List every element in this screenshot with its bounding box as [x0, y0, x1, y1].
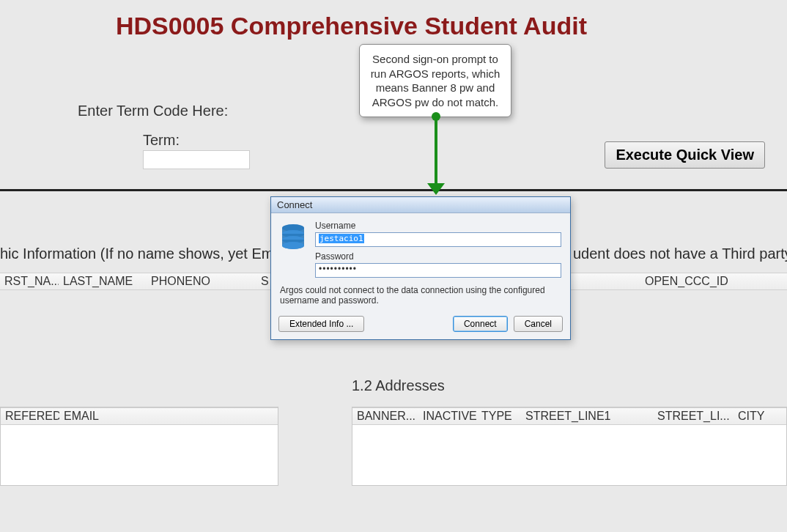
- annotation-callout: Second sign-on prompt to run ARGOS repor…: [359, 44, 511, 117]
- term-label: Term:: [143, 132, 180, 149]
- col-refered: REFERED: [1, 410, 59, 423]
- table-header-row: REFERED EMAIL: [1, 407, 278, 425]
- col-type: TYPE: [477, 410, 521, 423]
- dialog-error-message: Argos could not connect to the data conn…: [271, 285, 570, 311]
- divider: [0, 189, 787, 191]
- demographic-info-label-left: hic Information (If no name shows, yet E…: [0, 245, 285, 262]
- email-table: REFERED EMAIL: [0, 407, 278, 486]
- database-icon: [280, 219, 306, 278]
- demographic-info-label-right: udent does not have a Third party ID: [573, 245, 787, 262]
- col-first-name: RST_NA...: [0, 275, 59, 288]
- col-open-ccc-id: OPEN_CCC_ID: [640, 275, 787, 288]
- col-s: S: [256, 275, 271, 288]
- table-header-row: BANNER... INACTIVE TYPE STREET_LINE1 STR…: [352, 407, 786, 425]
- enter-term-label: Enter Term Code Here:: [78, 103, 228, 119]
- connect-button[interactable]: Connect: [453, 316, 508, 332]
- extended-info-button[interactable]: Extended Info ...: [278, 316, 364, 332]
- col-street-line1: STREET_LINE1: [521, 410, 653, 423]
- execute-quick-view-button[interactable]: Execute Quick View: [605, 141, 765, 169]
- arrow-line-icon: [435, 113, 437, 186]
- username-label: Username: [315, 221, 561, 231]
- arrow-head-icon: [427, 183, 445, 195]
- page-title: HDS0005 Comprehensive Student Audit: [116, 12, 587, 40]
- username-input[interactable]: jestacio1: [315, 232, 561, 247]
- col-email: EMAIL: [59, 410, 206, 423]
- addresses-table: BANNER... INACTIVE TYPE STREET_LINE1 STR…: [352, 407, 787, 486]
- password-label: Password: [315, 251, 561, 262]
- col-phoneno: PHONENO: [147, 275, 256, 288]
- connect-dialog: Connect Username jestacio1 Password ••••…: [270, 196, 571, 340]
- col-city: CITY: [734, 410, 777, 423]
- cancel-button[interactable]: Cancel: [514, 316, 563, 332]
- term-input[interactable]: [143, 150, 250, 169]
- col-street-line2: STREET_LI...: [653, 410, 734, 423]
- col-inactive: INACTIVE: [418, 410, 477, 423]
- col-banner: BANNER...: [352, 410, 418, 423]
- password-input[interactable]: ••••••••••: [315, 263, 561, 278]
- username-value: jestacio1: [319, 234, 364, 243]
- col-last-name: LAST_NAME: [59, 275, 147, 288]
- addresses-section-title: 1.2 Addresses: [352, 377, 445, 394]
- svg-point-3: [282, 242, 304, 249]
- dialog-title: Connect: [271, 197, 570, 213]
